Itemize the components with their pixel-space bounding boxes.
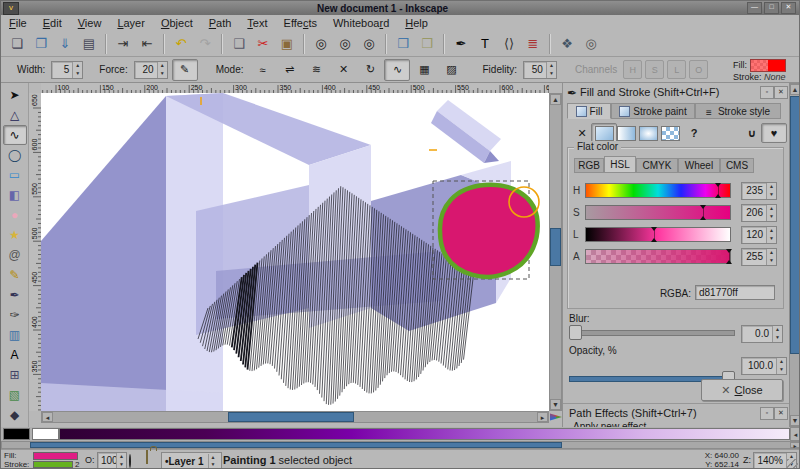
- layer-up-icon[interactable]: ▲: [209, 454, 218, 461]
- menu-layer[interactable]: Layer: [109, 15, 153, 31]
- menu-file[interactable]: File: [1, 15, 35, 31]
- fidelity-spinbox-down-icon[interactable]: ▼: [547, 70, 556, 78]
- duplicate-button[interactable]: ❒: [392, 33, 414, 55]
- layer-down-icon[interactable]: ▼: [209, 461, 218, 468]
- rgba-field[interactable]: d81770ff: [695, 285, 775, 300]
- selector-tool-button[interactable]: ➤: [3, 85, 27, 105]
- color-tab-rgb[interactable]: RGB: [574, 158, 604, 173]
- cms-toggle-icon[interactable]: [550, 412, 562, 422]
- s-spinbox[interactable]: 206▲▼: [741, 204, 777, 222]
- pencil-tool-button[interactable]: ✎: [3, 265, 27, 285]
- fidelity-spinbox-up-icon[interactable]: ▲: [547, 62, 556, 70]
- channel-l-button[interactable]: L: [667, 60, 686, 79]
- l-spinbox-up-icon[interactable]: ▲: [767, 227, 776, 235]
- fidelity-spinbox[interactable]: 50▲▼: [523, 61, 557, 79]
- dialog-float-icon[interactable]: ▫: [760, 86, 774, 99]
- l-spinbox-value[interactable]: 120: [742, 227, 766, 243]
- blur-slider[interactable]: [569, 325, 735, 339]
- canvas[interactable]: [41, 93, 549, 411]
- spiral-tool-button[interactable]: @: [3, 245, 27, 265]
- l-spinbox-down-icon[interactable]: ▼: [767, 235, 776, 243]
- mode-paint-color-button[interactable]: ▦: [411, 59, 437, 81]
- blur-spinbox-down-icon[interactable]: ▼: [773, 334, 782, 342]
- channel-o-button[interactable]: O: [689, 60, 708, 79]
- opacity-spinbox-up-icon[interactable]: ▲: [777, 358, 786, 366]
- object-opacity-spinbox-value[interactable]: 100: [98, 453, 116, 469]
- menu-effects[interactable]: Effects: [276, 15, 325, 31]
- connector-tool-button[interactable]: ⊞: [3, 365, 27, 385]
- palette-scrollbar[interactable]: ▸: [1, 441, 800, 449]
- dialog-close-icon[interactable]: ✕: [774, 86, 788, 99]
- s-spinbox-down-icon[interactable]: ▼: [767, 213, 776, 221]
- dock-scroll-down-icon[interactable]: ▼: [790, 415, 800, 426]
- paste-button[interactable]: ▣: [276, 33, 298, 55]
- redo-button[interactable]: ↷: [194, 33, 216, 55]
- mode-jitter-button[interactable]: ≋: [303, 59, 329, 81]
- canvas-vscrollbar[interactable]: ▲ ▼: [549, 93, 562, 411]
- close-button[interactable]: ✕Close: [701, 379, 783, 401]
- h-spinbox-up-icon[interactable]: ▲: [767, 183, 776, 191]
- save-document-button[interactable]: ⇓: [54, 33, 76, 55]
- menu-help[interactable]: Help: [397, 15, 436, 31]
- indicator-stroke-value[interactable]: None: [764, 72, 786, 82]
- a-spinbox[interactable]: 255▲▼: [741, 248, 777, 266]
- channel-s-button[interactable]: S: [645, 60, 664, 79]
- copy-button[interactable]: ❑: [228, 33, 250, 55]
- tab-fill[interactable]: Fill: [567, 103, 611, 119]
- force-spinbox[interactable]: 20▲▼: [134, 61, 168, 79]
- mode-jitter-color-button[interactable]: ▨: [438, 59, 464, 81]
- star-tool-button[interactable]: ★: [3, 225, 27, 245]
- layer-selector[interactable]: •Layer 1 ▲▼: [161, 452, 222, 469]
- zoom-to-page-button[interactable]: ◎: [358, 33, 380, 55]
- force-spinbox-value[interactable]: 20: [135, 62, 157, 78]
- layer-lock-toggle[interactable]: [146, 451, 148, 463]
- hscroll-thumb[interactable]: [228, 412, 354, 422]
- menu-whiteboard[interactable]: Whiteboard: [325, 15, 397, 31]
- align-distribute-dialog-button[interactable]: ≣: [522, 33, 544, 55]
- text-dialog-button[interactable]: T: [474, 33, 496, 55]
- dock-scroll-thumb[interactable]: [790, 96, 800, 354]
- menu-path[interactable]: Path: [201, 15, 240, 31]
- object-opacity-spinbox-down-icon[interactable]: ▼: [117, 461, 126, 469]
- palette-gradient[interactable]: [59, 428, 790, 440]
- document-properties-button[interactable]: ❖: [556, 33, 578, 55]
- h-spinbox-value[interactable]: 235: [742, 183, 766, 199]
- pen-tool-button[interactable]: ✒: [3, 285, 27, 305]
- menu-view[interactable]: View: [70, 15, 110, 31]
- h-spinbox[interactable]: 235▲▼: [741, 182, 777, 200]
- scroll-left-icon[interactable]: ◂: [42, 412, 53, 422]
- width-spinbox-value[interactable]: 5: [52, 62, 72, 78]
- menu-text[interactable]: Text: [239, 15, 275, 31]
- color-tab-cms[interactable]: CMS: [720, 158, 754, 173]
- s-spinbox-value[interactable]: 206: [742, 205, 766, 221]
- tab-stroke-paint[interactable]: Stroke paint: [611, 103, 695, 119]
- s-spinbox-up-icon[interactable]: ▲: [767, 205, 776, 213]
- xml-editor-button[interactable]: ⟨⟩: [498, 33, 520, 55]
- use-pressure-toggle[interactable]: ✎: [172, 59, 198, 81]
- color-tab-hsl[interactable]: HSL: [604, 156, 636, 173]
- scroll-right-icon[interactable]: ▸: [537, 412, 548, 422]
- palette-scroll-right-icon[interactable]: ▸: [790, 442, 800, 448]
- width-spinbox-down-icon[interactable]: ▼: [73, 70, 82, 78]
- minimize-button[interactable]: —: [747, 2, 762, 14]
- mode-scale-button[interactable]: ✕: [330, 59, 356, 81]
- cut-button[interactable]: ✂: [252, 33, 274, 55]
- object-opacity-spinbox[interactable]: 100▲▼: [97, 452, 127, 469]
- palette-scroll-thumb[interactable]: [30, 442, 562, 448]
- pe-close-icon[interactable]: ✕: [774, 407, 788, 420]
- blur-spinbox-value[interactable]: 0.0: [742, 326, 772, 342]
- palette-swatch-0[interactable]: [3, 428, 30, 440]
- zoom-to-drawing-button[interactable]: ◎: [334, 33, 356, 55]
- node-tool-button[interactable]: △: [3, 105, 27, 125]
- sb-stroke-swatch[interactable]: [33, 461, 73, 468]
- unknown-paint-button[interactable]: ?: [681, 123, 707, 143]
- pe-float-icon[interactable]: ▫: [760, 407, 774, 420]
- paint-bucket-tool-button[interactable]: ▥: [3, 325, 27, 345]
- tab-stroke-style[interactable]: ≡Stroke style: [695, 103, 781, 119]
- dock-scrollbar[interactable]: ▲ ▼: [789, 83, 800, 427]
- a-spinbox-value[interactable]: 255: [742, 249, 766, 265]
- layer-visibility-toggle[interactable]: [129, 455, 131, 467]
- window-menu-button[interactable]: v: [3, 2, 19, 15]
- ellipse-tool-button[interactable]: ●: [3, 205, 27, 225]
- 3dbox-tool-button[interactable]: ◧: [3, 185, 27, 205]
